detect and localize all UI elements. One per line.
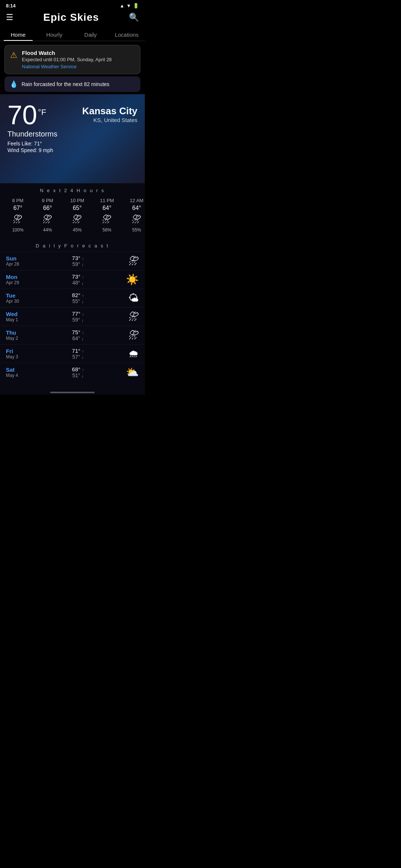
- daily-high: 68° ↑: [72, 366, 84, 372]
- alert-link[interactable]: National Weather Service: [22, 64, 112, 69]
- daily-low: 55° ↓: [72, 298, 84, 304]
- daily-high: 73° ↑: [72, 273, 84, 280]
- daily-date: Apr 28: [6, 262, 36, 267]
- hourly-time: 9 PM: [34, 198, 61, 203]
- hourly-section-title: N e x t 2 4 H o u r s: [0, 183, 145, 196]
- hourly-weather-icon: ⛈: [64, 214, 91, 225]
- hourly-scroll[interactable]: 8 PM 67° ⛈ 100% 9 PM 66° ⛈ 44% 10 PM 65°…: [0, 196, 145, 239]
- hourly-temp: 66°: [34, 205, 61, 211]
- wifi-icon: ▼: [126, 3, 131, 9]
- daily-day: Sat: [6, 366, 36, 373]
- daily-day-col: Fri May 3: [6, 348, 36, 359]
- app-title: Epic Skies: [43, 11, 99, 23]
- daily-low: 59° ↓: [72, 317, 84, 323]
- hourly-weather-icon: ⛈: [34, 214, 61, 225]
- daily-temps-col: 77° ↑ 59° ↓: [36, 310, 120, 323]
- daily-high: 73° ↑: [72, 255, 84, 261]
- daily-row: Sun Apr 28 73° ↑ 59° ↓ ⛈: [0, 251, 145, 270]
- daily-date: Apr 30: [6, 299, 36, 304]
- app-header: ☰ Epic Skies 🔍: [0, 10, 145, 28]
- daily-day-col: Thu May 2: [6, 329, 36, 341]
- search-icon[interactable]: 🔍: [129, 13, 139, 22]
- daily-weather-icon: ⛈: [120, 310, 139, 323]
- hourly-weather-icon: ⛈: [123, 214, 145, 225]
- daily-low: 51° ↓: [72, 372, 84, 378]
- daily-weather-icon: 🌤: [120, 292, 139, 304]
- wind-speed: Wind Speed: 9 mph: [7, 147, 137, 153]
- daily-date: May 3: [6, 354, 36, 359]
- high-arrow: ↑: [82, 331, 84, 335]
- daily-container: Sun Apr 28 73° ↑ 59° ↓ ⛈ Mon Apr 29 73° …: [0, 251, 145, 381]
- daily-weather-icon: ☀️: [120, 273, 139, 286]
- daily-low: 48° ↓: [72, 280, 84, 286]
- daily-date: May 1: [6, 317, 36, 322]
- feels-like-value: 71°: [34, 141, 42, 147]
- location-info: Kansas City KS, United States: [82, 105, 137, 123]
- status-time: 8:14: [6, 3, 16, 9]
- temperature-value: 70: [7, 100, 37, 130]
- high-arrow: ↑: [82, 275, 84, 279]
- temperature-unit: °F: [38, 108, 46, 117]
- daily-day: Wed: [6, 311, 36, 317]
- hourly-time: 12 AM: [123, 198, 145, 203]
- hourly-precip: 55%: [123, 227, 145, 233]
- hourly-item: 10 PM 65° ⛈ 45%: [62, 196, 92, 234]
- hourly-temp: 64°: [94, 205, 120, 211]
- daily-temps-col: 73° ↑ 59° ↓: [36, 255, 120, 267]
- daily-temps-col: 71° ↑ 57° ↓: [36, 348, 120, 360]
- daily-row: Fri May 3 71° ↑ 57° ↓ 🌧: [0, 344, 145, 363]
- high-arrow: ↑: [82, 256, 84, 261]
- daily-section: D a i l y F o r e c a s t Sun Apr 28 73°…: [0, 239, 145, 389]
- hourly-section: N e x t 2 4 H o u r s 8 PM 67° ⛈ 100% 9 …: [0, 183, 145, 239]
- feels-like-label: Feels Like:: [7, 141, 33, 147]
- flood-alert-banner: ⚠ Flood Watch Expected until 01:00 PM, S…: [4, 45, 140, 74]
- tab-hourly[interactable]: Hourly: [36, 28, 73, 41]
- daily-high: 82° ↑: [72, 292, 84, 298]
- daily-weather-icon: ⛈: [120, 329, 139, 341]
- low-arrow: ↓: [82, 281, 84, 285]
- hourly-item: 12 AM 64° ⛈ 55%: [122, 196, 145, 234]
- hourly-weather-icon: ⛈: [94, 214, 120, 225]
- tab-locations[interactable]: Locations: [109, 28, 145, 41]
- status-bar: 8:14 ▲ ▼ 🔋: [0, 0, 145, 10]
- low-arrow: ↓: [82, 299, 84, 304]
- daily-day: Tue: [6, 292, 36, 299]
- low-arrow: ↓: [82, 262, 84, 267]
- high-arrow: ↑: [82, 368, 84, 372]
- hourly-time: 11 PM: [94, 198, 120, 203]
- hourly-temp: 65°: [64, 205, 91, 211]
- high-arrow: ↑: [82, 293, 84, 298]
- daily-date: May 2: [6, 336, 36, 341]
- daily-day: Mon: [6, 274, 36, 280]
- daily-day: Sun: [6, 255, 36, 262]
- feels-like: Feels Like: 71°: [7, 141, 137, 147]
- daily-section-title: D a i l y F o r e c a s t: [0, 239, 145, 251]
- daily-weather-icon: 🌧: [120, 348, 139, 360]
- tab-daily[interactable]: Daily: [72, 28, 109, 41]
- alert-title: Flood Watch: [22, 50, 112, 56]
- main-weather-section: 70°F Thunderstorms Feels Like: 71° Wind …: [0, 94, 145, 183]
- rain-text: Rain forcasted for the next 82 minutes: [22, 81, 110, 87]
- daily-temps-col: 82° ↑ 55° ↓: [36, 292, 120, 304]
- city-name: Kansas City: [82, 105, 137, 117]
- home-indicator: [0, 389, 145, 395]
- home-bar: [50, 392, 95, 393]
- daily-row: Mon Apr 29 73° ↑ 48° ↓ ☀️: [0, 270, 145, 289]
- daily-day: Thu: [6, 329, 36, 336]
- daily-low: 57° ↓: [72, 354, 84, 360]
- low-arrow: ↓: [82, 318, 84, 322]
- rain-banner: 💧 Rain forcasted for the next 82 minutes: [4, 76, 140, 92]
- wind-speed-label: Wind Speed:: [7, 147, 37, 153]
- battery-icon: 🔋: [133, 3, 139, 9]
- daily-day-col: Sun Apr 28: [6, 255, 36, 267]
- hourly-weather-icon: ⛈: [4, 214, 31, 225]
- hourly-precip: 44%: [34, 227, 61, 233]
- daily-row: Tue Apr 30 82° ↑ 55° ↓ 🌤: [0, 289, 145, 307]
- hourly-item: 9 PM 66° ⛈ 44%: [33, 196, 62, 234]
- signal-icon: ▲: [120, 3, 124, 9]
- daily-weather-icon: ⛈: [120, 255, 139, 267]
- menu-icon[interactable]: ☰: [6, 13, 13, 22]
- tab-home[interactable]: Home: [0, 28, 36, 41]
- daily-temps-col: 73° ↑ 48° ↓: [36, 273, 120, 286]
- high-arrow: ↑: [82, 312, 84, 316]
